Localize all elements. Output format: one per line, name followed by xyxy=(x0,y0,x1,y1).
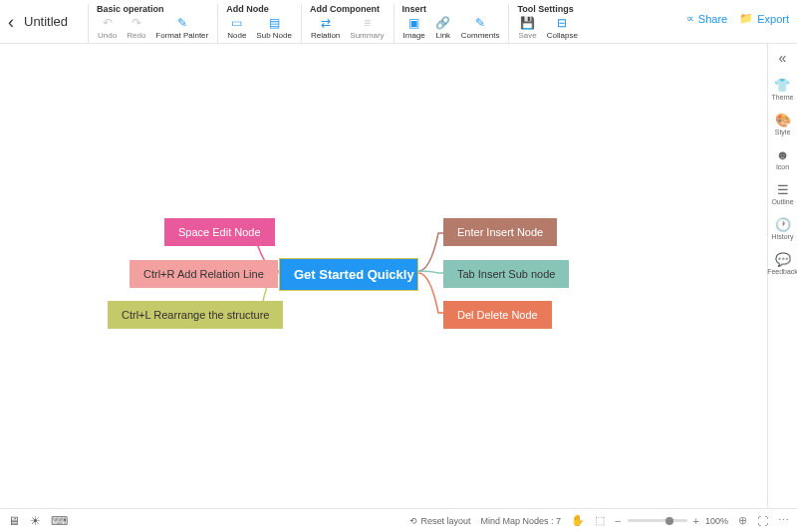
reset-icon: ⟲ xyxy=(409,516,417,526)
export-button[interactable]: 📁Export xyxy=(739,12,789,25)
history-button[interactable]: 🕐History xyxy=(772,217,794,240)
summary-icon: ≡ xyxy=(359,16,375,30)
topbar: ‹ Untitled Basic operation ↶Undo ↷Redo ✎… xyxy=(0,0,797,44)
toolbar-group-toolset: Tool Settings 💾Save ⊟Collapse xyxy=(508,4,586,44)
toolbar-group-insert: Insert ▣Image 🔗Link ✎Comments xyxy=(394,4,509,44)
toolbar-group-addnode: Add Node ▭Node ▤Sub Node xyxy=(217,4,301,44)
more-icon[interactable]: ⋯ xyxy=(778,514,789,527)
top-right-actions: ∝Share 📁Export xyxy=(686,12,789,25)
summary-button[interactable]: ≡Summary xyxy=(347,16,387,40)
mindmap-node[interactable]: Tab Insert Sub node xyxy=(443,260,569,288)
panel-collapse-icon[interactable]: « xyxy=(779,50,787,66)
center-view-icon[interactable]: ⊕ xyxy=(738,514,747,527)
theme-icon: 👕 xyxy=(774,78,790,93)
desktop-icon[interactable]: 🖥 xyxy=(8,514,20,528)
hand-tool-icon[interactable]: ✋ xyxy=(571,514,585,527)
mindmap-node[interactable]: Space Edit Node xyxy=(164,218,275,246)
toolbar-group-basic: Basic operation ↶Undo ↷Redo ✎Format Pain… xyxy=(88,4,217,44)
bottom-right-tools: ⟲Reset layout Mind Map Nodes : 7 ✋ ⬚ − +… xyxy=(409,514,789,527)
collapse-icon: ⊟ xyxy=(554,16,570,30)
style-icon: 🎨 xyxy=(775,113,791,128)
toolbar-group-title: Add Component xyxy=(308,4,388,14)
keyboard-icon[interactable]: ⌨ xyxy=(51,514,68,528)
comments-button[interactable]: ✎Comments xyxy=(458,16,503,40)
outline-icon: ☰ xyxy=(777,182,789,197)
share-icon: ∝ xyxy=(686,12,694,25)
history-icon: 🕐 xyxy=(775,217,791,232)
zoom-out-button[interactable]: − xyxy=(615,515,621,527)
mindmap-node[interactable]: Ctrl+R Add Relation Line xyxy=(130,260,278,288)
bottom-left-tools: 🖥 ☀ ⌨ xyxy=(8,514,68,528)
image-icon: ▣ xyxy=(406,16,422,30)
collapse-button[interactable]: ⊟Collapse xyxy=(544,16,581,40)
canvas[interactable]: Get Started Quickly Space Edit Node Ctrl… xyxy=(0,44,767,508)
relation-button[interactable]: ⇄Relation xyxy=(308,16,343,40)
outline-button[interactable]: ☰Outline xyxy=(771,182,793,205)
toolbar-group-addcomp: Add Component ⇄Relation ≡Summary xyxy=(301,4,394,44)
toolbar-group-title: Basic operation xyxy=(95,4,211,14)
feedback-button[interactable]: 💬Feedback xyxy=(767,252,797,275)
sun-icon[interactable]: ☀ xyxy=(30,514,41,528)
relation-icon: ⇄ xyxy=(318,16,334,30)
mindmap-center-node[interactable]: Get Started Quickly xyxy=(279,258,418,291)
zoom-control: − + 100% xyxy=(615,515,728,527)
undo-button[interactable]: ↶Undo xyxy=(95,16,120,40)
mindmap-node[interactable]: Enter Insert Node xyxy=(443,218,557,246)
zoom-value: 100% xyxy=(705,516,728,526)
share-button[interactable]: ∝Share xyxy=(686,12,727,25)
zoom-slider[interactable] xyxy=(628,519,687,522)
document-title[interactable]: Untitled xyxy=(24,14,68,29)
node-icon: ▭ xyxy=(229,16,245,30)
save-icon: 💾 xyxy=(520,16,536,30)
style-button[interactable]: 🎨Style xyxy=(775,113,791,135)
toolbar-group-title: Tool Settings xyxy=(515,4,580,14)
mindmap-node[interactable]: Del Delete Node xyxy=(443,301,552,329)
toolbar-group-title: Insert xyxy=(400,4,503,14)
save-button[interactable]: 💾Save xyxy=(515,16,539,40)
back-arrow-icon[interactable]: ‹ xyxy=(8,12,14,33)
zoom-in-button[interactable]: + xyxy=(693,515,699,527)
undo-icon: ↶ xyxy=(100,16,116,30)
comments-icon: ✎ xyxy=(472,16,488,30)
export-icon: 📁 xyxy=(739,12,753,25)
redo-icon: ↷ xyxy=(129,16,144,30)
format-painter-button[interactable]: ✎Format Painter xyxy=(152,16,211,40)
feedback-icon: 💬 xyxy=(775,252,791,267)
image-button[interactable]: ▣Image xyxy=(400,16,428,40)
icon-button[interactable]: ☻Icon xyxy=(776,147,790,170)
node-button[interactable]: ▭Node xyxy=(224,16,249,40)
smile-icon: ☻ xyxy=(776,147,790,162)
format-painter-icon: ✎ xyxy=(174,16,190,30)
right-panel: « 👕Theme 🎨Style ☻Icon ☰Outline 🕐History … xyxy=(767,44,797,508)
reset-layout-button[interactable]: ⟲Reset layout xyxy=(409,516,470,526)
link-icon: 🔗 xyxy=(435,16,451,30)
subnode-icon: ▤ xyxy=(266,16,282,30)
toolbar-group-title: Add Node xyxy=(224,4,295,14)
theme-button[interactable]: 👕Theme xyxy=(772,78,794,101)
mindmap-node[interactable]: Ctrl+L Rearrange the structure xyxy=(108,301,283,329)
node-count-label: Mind Map Nodes : 7 xyxy=(481,516,562,526)
bottom-bar: 🖥 ☀ ⌨ ⟲Reset layout Mind Map Nodes : 7 ✋… xyxy=(0,508,797,532)
subnode-button[interactable]: ▤Sub Node xyxy=(253,16,295,40)
pointer-tool-icon[interactable]: ⬚ xyxy=(595,514,605,527)
link-button[interactable]: 🔗Link xyxy=(432,16,454,40)
fullscreen-icon[interactable]: ⛶ xyxy=(757,515,768,527)
redo-button[interactable]: ↷Redo xyxy=(124,16,148,40)
zoom-thumb[interactable] xyxy=(665,517,673,525)
